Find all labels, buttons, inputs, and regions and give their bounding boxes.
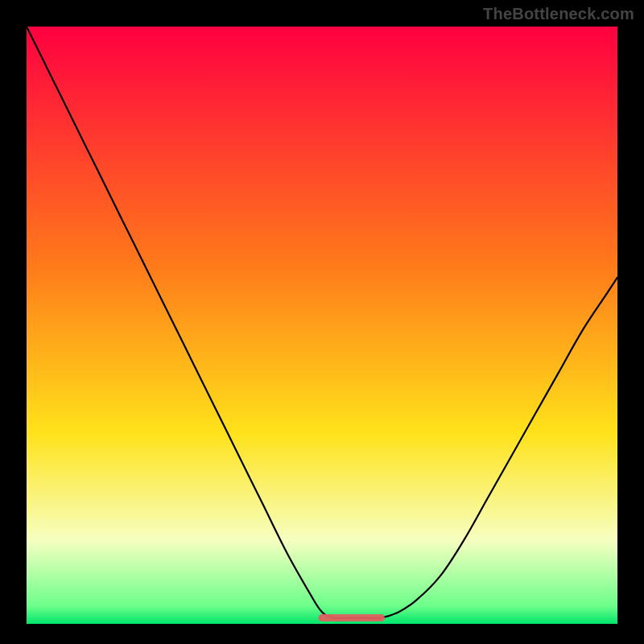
chart-container: TheBottleneck.com — [0, 0, 644, 644]
chart-svg — [0, 0, 644, 644]
gradient-panel — [27, 27, 617, 624]
watermark-text: TheBottleneck.com — [483, 5, 634, 23]
